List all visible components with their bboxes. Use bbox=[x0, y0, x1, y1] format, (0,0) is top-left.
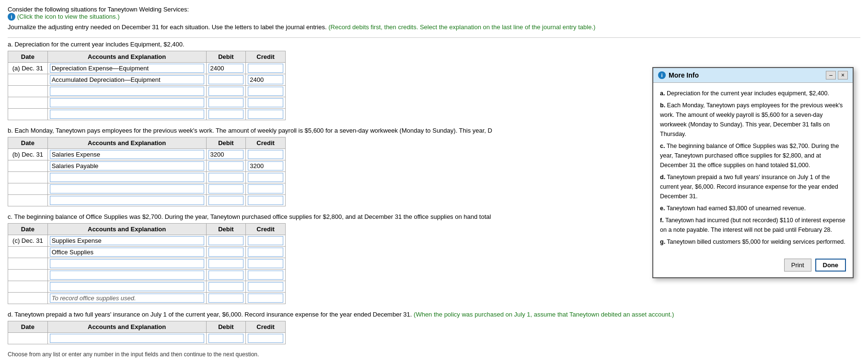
credit-input[interactable] bbox=[248, 184, 283, 193]
section-a-label: a. Depreciation for the current year inc… bbox=[8, 41, 860, 48]
table-row bbox=[8, 258, 286, 270]
date-cell: (c) Dec. 31 bbox=[8, 235, 48, 247]
modal-item-c: c. The beginning balance of Office Suppl… bbox=[660, 141, 846, 170]
credit-input[interactable] bbox=[248, 259, 283, 268]
account-input[interactable] bbox=[50, 334, 204, 343]
modal-item-b: b. Each Monday, Taneytown pays employees… bbox=[660, 101, 846, 139]
debit-input[interactable] bbox=[208, 64, 244, 73]
modal-footer: Print Done bbox=[653, 255, 853, 277]
credit-input[interactable] bbox=[248, 75, 283, 84]
account-input[interactable] bbox=[50, 98, 204, 107]
debit-input[interactable] bbox=[208, 161, 244, 170]
account-input[interactable] bbox=[50, 271, 204, 280]
debit-input[interactable] bbox=[208, 184, 244, 193]
col-header-accounts-a: Accounts and Explanation bbox=[47, 51, 206, 63]
modal-item-f: f. Taneytown had incurred (but not recor… bbox=[660, 216, 846, 235]
table-a: Date Accounts and Explanation Debit Cred… bbox=[8, 51, 286, 120]
print-button[interactable]: Print bbox=[784, 259, 811, 272]
explanation-input[interactable] bbox=[50, 294, 204, 303]
debit-input[interactable] bbox=[208, 196, 244, 205]
credit-input[interactable] bbox=[248, 294, 283, 303]
intro-text: Consider the following situations for Ta… bbox=[8, 6, 860, 21]
account-input[interactable] bbox=[50, 173, 204, 182]
instructions: Journalize the adjusting entry needed on… bbox=[8, 23, 860, 31]
account-input[interactable] bbox=[50, 87, 204, 96]
credit-input[interactable] bbox=[248, 271, 283, 280]
credit-input[interactable] bbox=[248, 173, 283, 182]
account-input[interactable] bbox=[50, 161, 204, 170]
table-row bbox=[8, 109, 286, 120]
debit-input[interactable] bbox=[208, 87, 244, 96]
modal-body: a. Depreciation for the current year inc… bbox=[653, 83, 853, 255]
table-row bbox=[8, 172, 286, 183]
table-row bbox=[8, 333, 286, 344]
col-header-debit-c: Debit bbox=[206, 224, 246, 235]
modal-minimize-button[interactable]: – bbox=[826, 71, 836, 79]
bottom-note: Choose from any list or enter any number… bbox=[8, 351, 860, 358]
credit-input[interactable] bbox=[248, 282, 283, 291]
click-link[interactable]: (Click the icon to view the situations.) bbox=[17, 13, 120, 20]
modal-info-icon: i bbox=[658, 71, 666, 79]
modal-item-a: a. Depreciation for the current year inc… bbox=[660, 89, 846, 98]
account-input[interactable] bbox=[50, 150, 204, 159]
credit-input[interactable] bbox=[248, 64, 283, 73]
table-row: (a) Dec. 31 bbox=[8, 63, 286, 74]
debit-input[interactable] bbox=[208, 282, 244, 291]
col-header-credit-a: Credit bbox=[246, 51, 286, 63]
debit-input[interactable] bbox=[208, 150, 244, 159]
table-row bbox=[8, 86, 286, 97]
account-input[interactable] bbox=[50, 236, 204, 245]
debit-input[interactable] bbox=[208, 248, 244, 257]
modal-item-d: d. Taneytown prepaid a two full years' i… bbox=[660, 172, 846, 201]
col-header-accounts-b: Accounts and Explanation bbox=[47, 137, 206, 149]
debit-input[interactable] bbox=[208, 173, 244, 182]
col-header-date-b: Date bbox=[8, 137, 48, 149]
debit-input[interactable] bbox=[208, 294, 244, 303]
credit-input[interactable] bbox=[248, 87, 283, 96]
more-info-modal: i More Info – × a. Depreciation for the … bbox=[652, 67, 854, 278]
modal-header: i More Info – × bbox=[653, 68, 853, 83]
account-input[interactable] bbox=[50, 64, 204, 73]
table-b: Date Accounts and Explanation Debit Cred… bbox=[8, 137, 286, 206]
debit-input[interactable] bbox=[208, 271, 244, 280]
col-header-accounts-c: Accounts and Explanation bbox=[47, 224, 206, 235]
table-row: (c) Dec. 31 bbox=[8, 235, 286, 247]
table-row bbox=[8, 97, 286, 109]
account-input[interactable] bbox=[50, 196, 204, 205]
table-row: (b) Dec. 31 bbox=[8, 149, 286, 160]
account-input[interactable] bbox=[50, 259, 204, 268]
col-header-date-a: Date bbox=[8, 51, 48, 63]
account-input[interactable] bbox=[50, 75, 204, 84]
modal-title: More Info bbox=[669, 71, 699, 79]
table-row bbox=[8, 281, 286, 293]
col-header-credit-d: Credit bbox=[246, 321, 286, 333]
account-input[interactable] bbox=[50, 184, 204, 193]
debit-input[interactable] bbox=[208, 259, 244, 268]
credit-input[interactable] bbox=[248, 334, 283, 343]
credit-input[interactable] bbox=[248, 98, 283, 107]
modal-close-button[interactable]: × bbox=[838, 71, 848, 79]
credit-input[interactable] bbox=[248, 248, 283, 257]
credit-input[interactable] bbox=[248, 236, 283, 245]
account-input[interactable] bbox=[50, 248, 204, 257]
debit-input[interactable] bbox=[208, 75, 244, 84]
debit-input[interactable] bbox=[208, 98, 244, 107]
credit-input[interactable] bbox=[248, 196, 283, 205]
done-button[interactable]: Done bbox=[815, 259, 846, 272]
debit-input[interactable] bbox=[208, 110, 244, 119]
table-d: Date Accounts and Explanation Debit Cred… bbox=[8, 321, 286, 344]
credit-input[interactable] bbox=[248, 150, 283, 159]
credit-input[interactable] bbox=[248, 110, 283, 119]
info-icon[interactable]: i bbox=[8, 13, 15, 21]
table-row bbox=[8, 247, 286, 258]
debit-input[interactable] bbox=[208, 334, 244, 343]
table-row bbox=[8, 183, 286, 195]
account-input[interactable] bbox=[50, 282, 204, 291]
col-header-debit-b: Debit bbox=[206, 137, 246, 149]
debit-input[interactable] bbox=[208, 236, 244, 245]
section-d-label: d. Taneytown prepaid a two full years' i… bbox=[8, 311, 860, 318]
account-input[interactable] bbox=[50, 110, 204, 119]
table-row bbox=[8, 74, 286, 86]
credit-input[interactable] bbox=[248, 161, 283, 170]
modal-item-g: g. Taneytown billed customers $5,000 for… bbox=[660, 237, 846, 247]
